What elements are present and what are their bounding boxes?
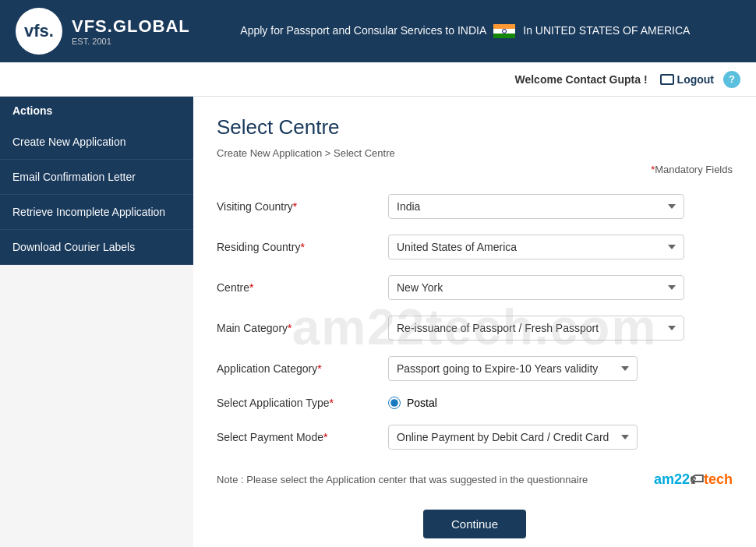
residing-country-select[interactable]: United States of America: [388, 235, 684, 259]
am22-logo: am22🏷tech: [654, 471, 733, 488]
visiting-country-label: Visiting Country*: [217, 200, 388, 213]
main-category-row: Main Category* Re-issuance of Passport /…: [217, 316, 733, 341]
page-title: Select Centre: [217, 115, 733, 139]
sidebar-item-retrieve-incomplete[interactable]: Retrieve Incomplete Application: [0, 195, 193, 230]
application-type-row: Select Application Type* Postal: [217, 397, 733, 409]
postal-label: Postal: [407, 397, 437, 409]
sidebar-title: Actions: [0, 97, 193, 125]
residing-country-label: Residing Country*: [217, 241, 388, 253]
visiting-country-select[interactable]: India: [388, 194, 684, 219]
postal-radio[interactable]: [388, 397, 401, 409]
application-category-row: Application Category* Passport going to …: [217, 356, 733, 381]
application-category-label: Application Category*: [217, 362, 388, 375]
logo-area: vfs. VFS.GLOBAL EST. 2001: [16, 8, 190, 55]
welcome-text: Welcome Contact Gupta !: [514, 73, 647, 86]
main-wrapper: am22tech.com Select Centre Create New Ap…: [193, 97, 756, 547]
brand-est: EST. 2001: [72, 37, 190, 46]
continue-btn-row: Continue: [217, 510, 733, 538]
sidebar-item-create-new-application[interactable]: Create New Application: [0, 125, 193, 160]
note-text: Note : Please select the Application cen…: [217, 474, 588, 485]
sub-header: Welcome Contact Gupta ! Logout ?: [0, 62, 756, 97]
centre-label: Centre*: [217, 281, 388, 294]
breadcrumb-part2: Select Centre: [334, 147, 395, 159]
breadcrumb: Create New Application > Select Centre: [217, 147, 733, 159]
application-type-label: Select Application Type*: [217, 397, 388, 409]
payment-mode-row: Select Payment Mode* Online Payment by D…: [217, 425, 733, 450]
header-tagline: Apply for Passport and Consular Services…: [190, 24, 740, 38]
brand-name: VFS.GLOBAL: [72, 16, 190, 37]
visiting-country-row: Visiting Country* India: [217, 194, 733, 219]
continue-button[interactable]: Continue: [423, 510, 526, 538]
logout-button[interactable]: Logout: [660, 73, 714, 86]
centre-select[interactable]: New York: [388, 275, 684, 300]
payment-mode-select[interactable]: Online Payment by Debit Card / Credit Ca…: [388, 425, 638, 450]
breadcrumb-part1: Create New Application: [217, 147, 322, 159]
main-content: Select Centre Create New Application > S…: [193, 97, 756, 547]
residing-country-row: Residing Country* United States of Ameri…: [217, 235, 733, 259]
mandatory-note: *Mandatory Fields: [217, 164, 733, 175]
am22-icon: 🏷: [690, 471, 704, 487]
logout-icon: [660, 74, 674, 85]
sidebar-item-download-courier[interactable]: Download Courier Labels: [0, 230, 193, 265]
vfs-logo: vfs.: [16, 8, 62, 55]
payment-mode-label: Select Payment Mode*: [217, 431, 388, 443]
am22-text2: tech: [704, 471, 733, 487]
main-category-label: Main Category*: [217, 322, 388, 334]
sidebar-item-email-confirmation[interactable]: Email Confirmation Letter: [0, 160, 193, 195]
centre-row: Centre* New York: [217, 275, 733, 300]
application-category-select[interactable]: Passport going to Expire-10 Years validi…: [388, 356, 638, 381]
breadcrumb-sep: >: [325, 147, 334, 159]
note-row: Note : Please select the Application cen…: [217, 465, 733, 494]
am22-text1: am22: [654, 471, 690, 487]
header: vfs. VFS.GLOBAL EST. 2001 Apply for Pass…: [0, 0, 756, 62]
sidebar: Actions Create New Application Email Con…: [0, 97, 193, 547]
main-category-select[interactable]: Re-issuance of Passport / Fresh Passport: [388, 316, 684, 341]
brand-text: VFS.GLOBAL EST. 2001: [72, 16, 190, 46]
india-flag: [493, 24, 515, 38]
help-button[interactable]: ?: [723, 71, 740, 88]
page-layout: Actions Create New Application Email Con…: [0, 97, 756, 547]
application-type-radio-group: Postal: [388, 397, 437, 409]
